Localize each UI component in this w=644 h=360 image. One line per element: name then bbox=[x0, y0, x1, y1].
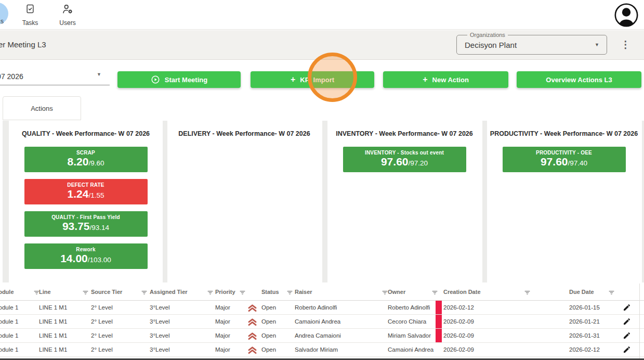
cell-source-tier: 2° Level bbox=[91, 304, 113, 311]
cell-module: Module 1 bbox=[0, 346, 18, 353]
priority-high-icon bbox=[247, 346, 257, 356]
table-row[interactable]: Module 1LINE 1 M12° Level3°LevelMajorOpe… bbox=[0, 315, 644, 329]
cell-owner: Roberto Adinolfi bbox=[388, 304, 430, 311]
cell-status: Open bbox=[261, 332, 276, 339]
cell-due-date: 2026-01-21 bbox=[569, 318, 600, 325]
week-select-value: W 07 2026 bbox=[0, 72, 23, 81]
nav-item-tasks[interactable]: Tasks bbox=[18, 4, 43, 27]
edit-pencil-icon[interactable] bbox=[622, 345, 632, 355]
filter-icon[interactable] bbox=[431, 289, 439, 296]
kpi-tile-value: 1.24/1.55 bbox=[24, 188, 148, 202]
filter-icon[interactable] bbox=[286, 289, 294, 296]
column-header-raiser[interactable]: Raiser bbox=[295, 289, 312, 295]
nav-item-users[interactable]: Users bbox=[54, 4, 81, 27]
column-header-assigned-tier[interactable]: Assigned Tier bbox=[150, 289, 188, 295]
kpi-tile[interactable]: DEFECT RATE1.24/1.55 bbox=[24, 179, 148, 204]
kpi-tile-value: 93.75/93.14 bbox=[24, 220, 148, 234]
kpi-column-title: PRODUCTIVITY - Week Performance- W 07 20… bbox=[487, 130, 641, 137]
kpi-column-title: INVENTORY - Week Performance- W 07 2026 bbox=[327, 130, 481, 137]
column-header-due-date[interactable]: Due Date bbox=[569, 289, 594, 295]
kpi-tiles: INVENTORY - Stocks out event97.60/97.20 bbox=[327, 147, 481, 172]
kpi-column: DELIVERY - Week Performance- W 07 2026 bbox=[167, 121, 321, 282]
priority-high-icon bbox=[247, 332, 257, 342]
table-row[interactable]: Module 1LINE 1 M12° Level3°LevelMajorOpe… bbox=[0, 343, 644, 357]
cell-raiser: Andrea Camaioni bbox=[295, 332, 341, 339]
button-label: New Action bbox=[432, 76, 469, 84]
nav-item-clipped-label[interactable]: s bbox=[1, 18, 4, 25]
user-avatar[interactable] bbox=[614, 3, 638, 27]
column-header-line[interactable]: Line bbox=[39, 289, 51, 295]
kpi-tiles: SCRAP8.20/9.60DEFECT RATE1.24/1.55QUALIT… bbox=[9, 147, 163, 269]
edit-pencil-icon[interactable] bbox=[622, 303, 632, 313]
kpi-tile-label: DEFECT RATE bbox=[24, 182, 148, 188]
cell-due-date: 2026-01-31 bbox=[569, 332, 600, 339]
kpi-tile-value: 97.60/97.40 bbox=[503, 156, 626, 170]
kebab-menu-icon[interactable]: ⋮ bbox=[621, 37, 630, 52]
app-window: s Tasks Users Tier Meeting L3 Organizati… bbox=[0, 0, 644, 360]
cell-raiser: Roberto Adinolfi bbox=[295, 304, 337, 311]
table-row[interactable]: Module 1LINE 1 M12° Level3°LevelMajorOpe… bbox=[0, 301, 644, 315]
cell-creation-date: 2026-02-09 bbox=[443, 332, 474, 339]
cell-status: Open bbox=[261, 318, 276, 325]
table-row[interactable]: Module 1LINE 1 M12° Level3°LevelMajorOpe… bbox=[0, 329, 644, 343]
priority-high-icon bbox=[247, 304, 257, 314]
kpi-import-button[interactable]: + KPI Import bbox=[251, 71, 374, 88]
new-action-button[interactable]: + New Action bbox=[383, 71, 508, 88]
kpi-tile[interactable]: Rework14.00/103.00 bbox=[24, 243, 148, 269]
cell-line: LINE 1 M1 bbox=[39, 332, 67, 339]
start-meeting-button[interactable]: Start Meeting bbox=[117, 71, 241, 88]
column-header-creation-date[interactable]: Creation Date bbox=[443, 289, 481, 295]
cell-raiser: Salvador Miriam bbox=[295, 346, 338, 353]
cell-priority: Major bbox=[215, 346, 230, 353]
week-select[interactable]: W 07 2026 ▼ bbox=[0, 68, 110, 85]
nav-item-label: Tasks bbox=[22, 19, 38, 27]
kpi-tile[interactable]: INVENTORY - Stocks out event97.60/97.20 bbox=[343, 147, 466, 172]
cell-assigned-tier: 3°Level bbox=[150, 304, 170, 311]
plus-icon: + bbox=[423, 75, 427, 84]
kpi-tile-value: 8.20/9.60 bbox=[24, 156, 148, 170]
filter-icon[interactable] bbox=[141, 289, 148, 296]
column-header-owner[interactable]: Owner bbox=[388, 289, 405, 295]
filter-icon[interactable] bbox=[239, 289, 246, 296]
actions-table: ModuleLineSource TierAssigned TierPriori… bbox=[0, 284, 644, 359]
overview-actions-l3-button[interactable]: Overview Actions L3 bbox=[517, 71, 641, 88]
edit-pencil-icon[interactable] bbox=[622, 331, 632, 341]
kpi-tile-label: Rework bbox=[24, 247, 148, 252]
users-icon bbox=[62, 4, 73, 16]
filter-icon[interactable] bbox=[524, 289, 531, 296]
organizations-select[interactable]: Organizations Decisyon Plant ▼ bbox=[456, 35, 607, 55]
cell-line: LINE 1 M1 bbox=[39, 346, 67, 353]
tab-actions[interactable]: Actions bbox=[3, 96, 81, 120]
cell-source-tier: 2° Level bbox=[91, 318, 113, 325]
column-header-module[interactable]: Module bbox=[0, 289, 14, 295]
column-header-source-tier[interactable]: Source Tier bbox=[91, 289, 122, 295]
kpi-tile[interactable]: SCRAP8.20/9.60 bbox=[24, 147, 148, 172]
cell-owner: Miriam Salvador bbox=[388, 332, 431, 339]
column-gap bbox=[322, 121, 327, 282]
column-gap bbox=[482, 121, 487, 282]
kpi-column-title: DELIVERY - Week Performance- W 07 2026 bbox=[167, 130, 321, 137]
cell-source-tier: 2° Level bbox=[91, 346, 113, 353]
button-label: KPI Import bbox=[300, 76, 334, 84]
cell-assigned-tier: 3°Level bbox=[150, 332, 170, 339]
cell-creation-date: 2026-02-09 bbox=[443, 346, 474, 353]
kpi-column: PRODUCTIVITY - Week Performance- W 07 20… bbox=[487, 121, 641, 282]
table-edge-divider bbox=[639, 284, 640, 359]
overdue-flag-bar bbox=[436, 301, 442, 314]
filter-icon[interactable] bbox=[82, 289, 89, 296]
column-header-status[interactable]: Status bbox=[261, 289, 279, 295]
organizations-select-value: Decisyon Plant bbox=[465, 41, 517, 49]
kpi-board: QUALITY - Week Performance- W 07 2026 SC… bbox=[0, 121, 644, 282]
kpi-tile[interactable]: PRODUCTIVITY - OEE97.60/97.40 bbox=[503, 147, 626, 172]
filter-icon[interactable] bbox=[207, 289, 214, 296]
organizations-select-label: Organizations bbox=[467, 32, 508, 38]
column-header-priority[interactable]: Priority bbox=[215, 289, 235, 295]
table-header-row: ModuleLineSource TierAssigned TierPriori… bbox=[0, 284, 644, 301]
filter-icon[interactable] bbox=[608, 289, 615, 296]
nav-item-label: Users bbox=[59, 19, 75, 27]
cell-status: Open bbox=[261, 346, 276, 353]
kpi-tile[interactable]: QUALITY - First Pass Yield93.75/93.14 bbox=[24, 211, 148, 237]
play-icon bbox=[151, 75, 160, 84]
edit-pencil-icon[interactable] bbox=[622, 317, 632, 327]
tasks-icon bbox=[25, 4, 35, 16]
